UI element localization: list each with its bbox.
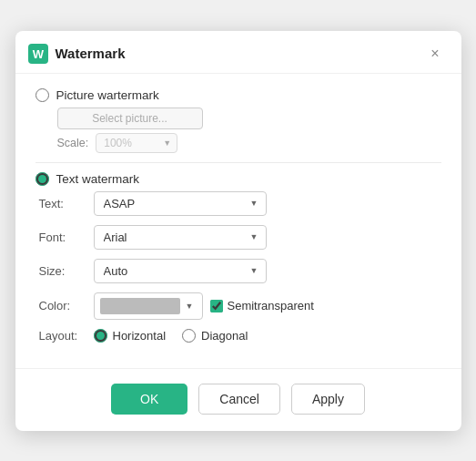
title-bar: W Watermark × [15,31,461,74]
semitransparent-text: Semitransparent [228,299,314,312]
layout-row: Horizontal Diagonal [94,329,441,343]
text-form-grid: Text: ASAP Font: Arial Size: [39,191,441,343]
layout-diagonal-radio[interactable] [182,329,196,343]
text-radio-label: Text watermark [56,172,140,186]
layout-horizontal-label: Horizontal [113,329,167,343]
semitransparent-label[interactable]: Semitransparent [210,299,314,312]
apply-button[interactable]: Apply [291,384,365,415]
app-icon: W [28,44,48,64]
select-picture-button[interactable]: Select picture... [57,108,203,129]
watermark-dialog: W Watermark × Picture wartermark Select … [15,31,461,431]
color-row: ▼ Semitransparent [94,292,441,320]
layout-diagonal-option[interactable]: Diagonal [182,329,248,343]
layout-horizontal-radio[interactable] [94,329,107,343]
layout-horizontal-option[interactable]: Horizontal [94,329,167,343]
layout-field-label: Layout: [39,329,94,343]
picture-sub-section: Select picture... Scale: 100% [57,108,441,153]
close-button[interactable]: × [425,44,444,64]
picture-radio-label: Picture wartermark [56,88,159,102]
cancel-button[interactable]: Cancel [198,384,280,415]
font-select-wrap: Arial [94,225,267,250]
color-dropdown-arrow-icon: ▼ [186,302,194,311]
color-swatch [100,298,180,314]
ok-button[interactable]: OK [111,384,187,415]
divider [35,162,441,163]
text-section: Text watermark Text: ASAP Font: Arial [35,172,441,343]
text-field-label: Text: [39,197,94,210]
layout-diagonal-label: Diagonal [201,329,248,343]
color-swatch-wrap[interactable]: ▼ [94,292,203,320]
size-select[interactable]: Auto [94,259,267,283]
picture-radio-row[interactable]: Picture wartermark [35,88,441,102]
text-radio-row[interactable]: Text watermark [35,172,441,186]
scale-row: Scale: 100% [57,133,441,153]
text-radio[interactable] [35,172,49,186]
svg-text:W: W [32,47,44,61]
dialog-title: Watermark [56,46,126,61]
scale-select-wrap: 100% [96,133,177,153]
text-select[interactable]: ASAP [94,191,267,216]
color-field-label: Color: [39,299,94,312]
scale-label: Scale: [57,137,89,149]
dialog-footer: OK Cancel Apply [15,368,461,431]
size-field-label: Size: [39,264,94,278]
font-field-label: Font: [39,230,94,244]
scale-select[interactable]: 100% [96,133,177,153]
title-bar-left: W Watermark [28,44,126,64]
picture-radio[interactable] [35,88,49,102]
semitransparent-checkbox[interactable] [210,300,223,312]
dialog-content: Picture wartermark Select picture... Sca… [15,74,461,361]
size-select-wrap: Auto [94,259,267,283]
picture-section: Picture wartermark Select picture... Sca… [35,88,441,153]
font-select[interactable]: Arial [94,225,267,250]
text-select-wrap: ASAP [94,191,267,216]
